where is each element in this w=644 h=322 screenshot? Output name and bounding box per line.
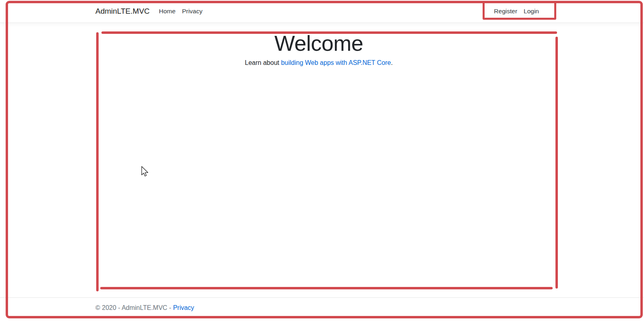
nav-item-login[interactable]: Login — [520, 4, 542, 18]
navbar-container: AdminLTE.MVC Home Privacy Register Login — [89, 0, 548, 23]
nav-item-privacy[interactable]: Privacy — [179, 4, 206, 18]
content-box-bottom-stroke — [100, 287, 553, 289]
mouse-cursor — [141, 166, 151, 180]
learn-more-link[interactable]: building Web apps with ASP.NET Core — [281, 59, 391, 66]
arrow-cursor-icon — [141, 166, 151, 178]
page-title: Welcome — [89, 31, 548, 56]
page-footer: © 2020 - AdminLTE.MVC - Privacy — [0, 297, 644, 322]
footer-privacy-link[interactable]: Privacy — [173, 304, 194, 311]
navbar-brand[interactable]: AdminLTE.MVC — [95, 7, 150, 16]
subtitle-period: . — [391, 59, 392, 66]
copyright-text: © 2020 - AdminLTE.MVC - — [95, 304, 171, 311]
content-box-right-stroke — [555, 37, 558, 289]
subtitle: Learn about building Web apps with ASP.N… — [89, 59, 548, 66]
top-navbar: AdminLTE.MVC Home Privacy Register Login — [0, 0, 644, 23]
navbar-nav: Home Privacy — [156, 4, 206, 18]
content-box-left-stroke — [96, 32, 99, 291]
nav-item-register[interactable]: Register — [491, 4, 520, 18]
main-content: Welcome Learn about building Web apps wi… — [89, 31, 548, 66]
subtitle-text: Learn about — [245, 59, 279, 66]
navbar-auth-nav: Register Login — [491, 4, 542, 18]
footer-container: © 2020 - AdminLTE.MVC - Privacy — [89, 304, 548, 312]
nav-item-home[interactable]: Home — [156, 4, 179, 18]
